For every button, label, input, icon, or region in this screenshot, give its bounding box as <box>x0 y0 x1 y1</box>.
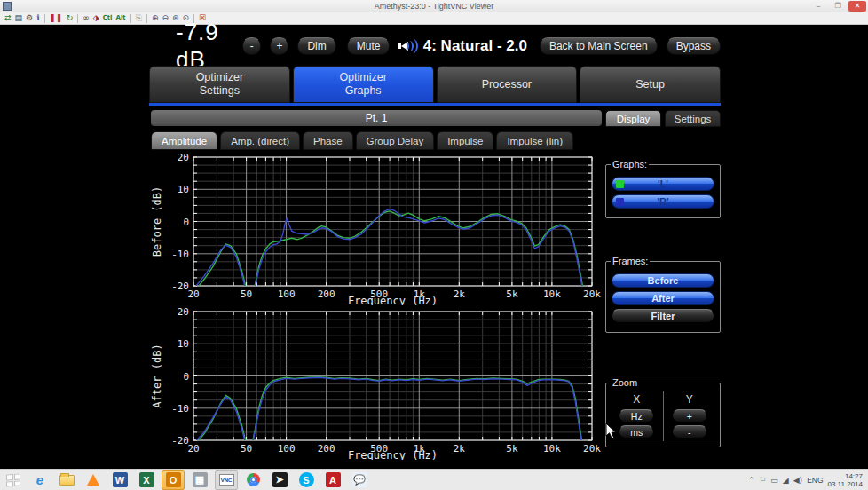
taskbar-dark-app[interactable]: ➤ <box>268 470 291 490</box>
taskbar-skype[interactable]: S <box>295 470 318 490</box>
back-to-main-button[interactable]: Back to Main Screen <box>540 37 658 55</box>
svg-text:0: 0 <box>183 371 189 383</box>
tab-impulse-lin[interactable]: Impulse (lin) <box>496 131 573 150</box>
svg-text:10k: 10k <box>543 443 561 454</box>
alt-key-icon[interactable]: Alt <box>116 12 126 24</box>
svg-text:20k: 20k <box>583 288 601 300</box>
zoom-group: Zoom X Hz ms Y + - <box>605 377 721 447</box>
svg-text:-20: -20 <box>171 281 189 292</box>
svg-text:50: 50 <box>241 288 252 300</box>
ctrl-alt-del-icon[interactable]: ∞ <box>83 12 90 24</box>
taskbar-excel[interactable]: X <box>135 470 158 490</box>
zoom-y-plus-button[interactable]: + <box>672 409 707 423</box>
taskbar-file-explorer[interactable] <box>55 470 78 490</box>
before-response-chart: 20501002005001k2k5k10k20k20100-10-20Freq… <box>149 153 604 305</box>
tab-optimizer-settings[interactable]: Optimizer Settings <box>149 66 290 103</box>
volume-up-button[interactable]: + <box>270 37 288 55</box>
taskbar-adobe-reader[interactable]: A <box>321 470 344 490</box>
chrome-icon <box>247 473 260 486</box>
frame-after-button[interactable]: After <box>612 291 714 305</box>
start-button[interactable] <box>2 470 25 490</box>
zoom-group-label: Zoom <box>611 377 639 388</box>
svg-text:200: 200 <box>318 443 335 454</box>
tab-amp-direct[interactable]: Amp. (direct) <box>220 131 300 150</box>
close-button[interactable]: ✕ <box>848 1 866 12</box>
zoom-in-icon[interactable]: ⊕ <box>152 12 159 24</box>
show-hidden-icons-chevron[interactable]: ⌃ <box>748 476 755 485</box>
tab-group-delay[interactable]: Group Delay <box>356 131 435 150</box>
zoom-x-ms-button[interactable]: ms <box>619 425 654 439</box>
svg-text:20: 20 <box>187 443 199 454</box>
channel-l-button[interactable]: 'L' <box>612 177 714 191</box>
taskbar-outlook[interactable]: O <box>162 470 185 490</box>
taskbar-messenger[interactable]: 💬 <box>348 470 371 490</box>
volume-tray-icon[interactable]: ◀) <box>793 476 802 485</box>
taskbar-ie[interactable]: e <box>28 470 51 490</box>
tab-processor[interactable]: Processor <box>437 66 578 103</box>
volume-down-button[interactable]: - <box>242 37 261 55</box>
vnc-titlebar: Amethyst-23:0 - TightVNC Viewer – ❐ ✕ <box>0 0 868 12</box>
zoom-out-icon[interactable]: ⊖ <box>162 12 169 24</box>
zoom-x-hz-button[interactable]: Hz <box>619 409 654 423</box>
action-center-icon[interactable]: ⚐ <box>759 476 766 485</box>
minimize-button[interactable]: – <box>809 1 827 12</box>
excel-icon: X <box>139 472 154 487</box>
tab-setup[interactable]: Setup <box>580 66 721 103</box>
frame-filter-button[interactable]: Filter <box>612 309 714 323</box>
mute-button[interactable]: Mute <box>347 37 391 55</box>
taskbar-word[interactable]: W <box>108 470 131 490</box>
tab-phase[interactable]: Phase <box>303 131 353 150</box>
zoom-y-minus-button[interactable]: - <box>672 425 707 439</box>
svg-text:-10: -10 <box>171 249 189 260</box>
restore-button[interactable]: ❐ <box>829 1 847 12</box>
taskbar-vnc-viewer[interactable]: VNC <box>215 470 238 490</box>
channel-l-color-swatch <box>616 180 624 188</box>
connection-options-icon[interactable]: ⚙ <box>26 12 33 24</box>
taskbar-chrome[interactable] <box>241 470 264 490</box>
transfer-files-icon[interactable]: ⎘ <box>136 12 142 24</box>
graphs-group: Graphs: 'L' 'R' <box>605 159 721 218</box>
svg-text:2k: 2k <box>454 443 466 454</box>
toolbar-separator <box>77 14 78 23</box>
new-connection-icon[interactable]: ⇄ <box>4 12 12 24</box>
tab-impulse[interactable]: Impulse <box>437 131 493 150</box>
chat-icon: 💬 <box>352 472 367 487</box>
svg-text:10: 10 <box>178 338 189 350</box>
save-session-icon[interactable]: ▤ <box>15 12 23 24</box>
folder-icon <box>59 475 75 486</box>
system-tray: ⌃ ⚐ ▭ ◢ ◀) ENG 14:27 03.11.2014 <box>748 472 868 488</box>
connection-info-icon[interactable]: ℹ <box>36 12 39 24</box>
network-icon[interactable]: ◢ <box>783 476 789 485</box>
display-icon[interactable]: ▭ <box>770 476 778 485</box>
pause-icon[interactable]: ❚❚ <box>50 12 63 24</box>
remote-desktop: -7.9 dB - + Dim Mute 4: Natural - 2.0 Ba… <box>0 25 868 469</box>
dim-button[interactable]: Dim <box>297 37 335 55</box>
ctrl-key-icon[interactable]: Ctl <box>103 12 113 24</box>
svg-text:10: 10 <box>178 184 189 195</box>
svg-text:200: 200 <box>318 288 335 300</box>
svg-text:-20: -20 <box>171 435 189 447</box>
channel-r-button[interactable]: 'R' <box>612 194 714 209</box>
tab-optimizer-graphs[interactable]: Optimizer Graphs <box>293 66 434 103</box>
measurement-point-bar[interactable]: Pt. 1 <box>151 110 602 126</box>
refresh-icon[interactable]: ↻ <box>67 12 74 24</box>
language-indicator[interactable]: ENG <box>807 476 823 485</box>
svg-text:-10: -10 <box>171 403 189 415</box>
bypass-button[interactable]: Bypass <box>667 37 721 55</box>
tab-display[interactable]: Display <box>605 110 661 127</box>
preset-label: 4: Natural - 2.0 <box>423 37 527 55</box>
svg-text:20: 20 <box>178 153 189 163</box>
tab-settings[interactable]: Settings <box>665 110 721 127</box>
taskbar-app[interactable]: ▦ <box>188 470 211 490</box>
frame-before-button[interactable]: Before <box>612 273 714 288</box>
channel-r-color-swatch <box>616 198 624 206</box>
taskbar-vlc[interactable] <box>82 470 105 490</box>
ctrl-esc-icon[interactable]: ⬗ <box>93 12 99 24</box>
toolbar-separator <box>146 14 147 23</box>
tab-amplitude[interactable]: Amplitude <box>151 131 217 150</box>
mouse-cursor <box>605 423 618 440</box>
zoom-y-label: Y <box>664 393 716 406</box>
svg-text:5k: 5k <box>506 288 518 300</box>
volume-header: -7.9 dB - + Dim Mute 4: Natural - 2.0 Ba… <box>149 32 721 60</box>
clock[interactable]: 14:27 03.11.2014 <box>828 472 863 488</box>
